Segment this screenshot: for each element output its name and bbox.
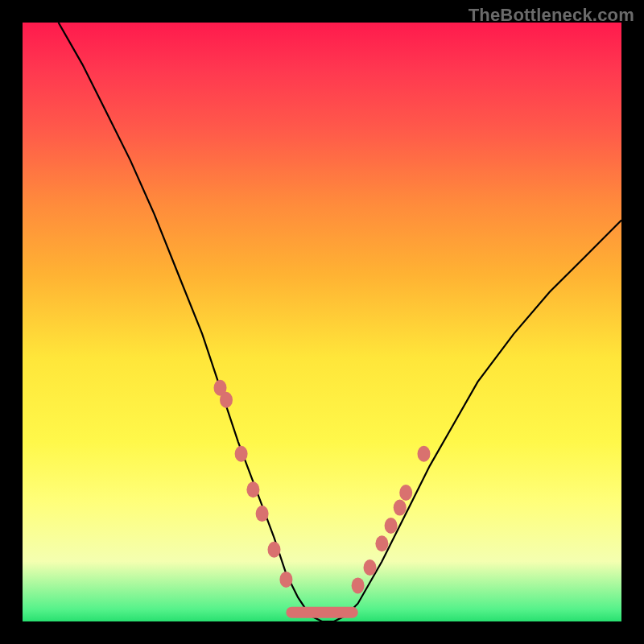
curve-marker (394, 500, 407, 516)
bottleneck-curve (59, 23, 621, 621)
curve-marker (256, 506, 269, 522)
curve-marker (246, 481, 259, 497)
marker-group-right (352, 446, 431, 594)
curve-marker (352, 577, 365, 593)
curve-marker (364, 559, 377, 576)
curve-marker (235, 446, 248, 462)
curve-marker (375, 535, 388, 551)
chart-svg (23, 23, 621, 621)
curve-marker (220, 392, 233, 408)
optimal-band-marker (286, 607, 357, 618)
curve-marker (418, 446, 431, 462)
curve-marker (385, 518, 398, 534)
curve-marker (268, 542, 281, 558)
curve-marker (279, 572, 292, 588)
curve-marker (399, 485, 412, 501)
watermark-text: TheBottleneck.com (469, 5, 634, 26)
chart-plot-area (23, 23, 621, 621)
